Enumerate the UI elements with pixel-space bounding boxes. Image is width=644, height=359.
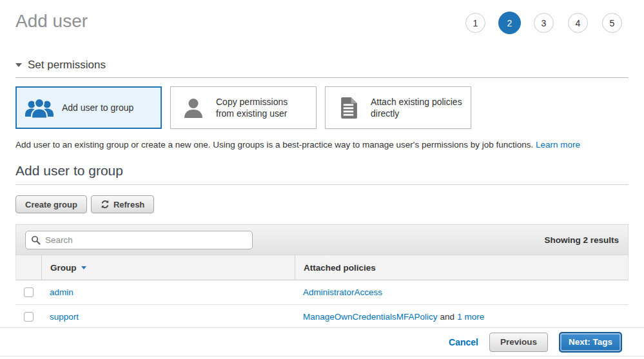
policy-link[interactable]: AdministratorAccess bbox=[303, 287, 382, 297]
table-header: Group Attached policies bbox=[15, 255, 629, 280]
previous-button[interactable]: Previous bbox=[489, 333, 548, 352]
and-text: and bbox=[440, 312, 455, 322]
step-3[interactable]: 3 bbox=[534, 13, 554, 33]
row-checkbox[interactable] bbox=[24, 312, 34, 322]
section-title: Set permissions bbox=[28, 59, 106, 72]
column-header-attached-policies: Attached policies bbox=[295, 255, 628, 280]
add-user-wizard-page: Add user 1 2 3 4 5 Set permissions bbox=[0, 0, 644, 329]
step-2-current[interactable]: 2 bbox=[498, 12, 521, 34]
step-1[interactable]: 1 bbox=[465, 13, 485, 33]
page-header: Add user 1 2 3 4 5 bbox=[15, 0, 629, 33]
step-indicator: 1 2 3 4 5 bbox=[465, 13, 622, 33]
divider bbox=[15, 77, 629, 78]
groups-table: Showing 2 results Group Attached policie… bbox=[15, 224, 629, 329]
group-section-heading: Add user to group bbox=[15, 163, 629, 179]
document-icon bbox=[333, 97, 363, 119]
user-icon bbox=[179, 97, 208, 119]
checkbox-cell bbox=[15, 312, 41, 322]
divider bbox=[15, 184, 629, 185]
checkbox-cell bbox=[15, 287, 41, 297]
search-input[interactable] bbox=[25, 231, 253, 249]
set-permissions-toggle[interactable]: Set permissions bbox=[15, 59, 629, 72]
refresh-button[interactable]: Refresh bbox=[91, 195, 154, 213]
table-row-admin: admin AdministratorAccess bbox=[15, 280, 629, 305]
collapse-caret-icon bbox=[15, 63, 22, 67]
search-box bbox=[25, 231, 253, 249]
group-link[interactable]: support bbox=[50, 312, 79, 322]
more-policies-link[interactable]: 1 more bbox=[457, 312, 484, 322]
policy-link[interactable]: ManageOwnCredentialsMFAPolicy bbox=[303, 312, 438, 322]
sort-desc-icon bbox=[81, 266, 86, 269]
results-count: Showing 2 results bbox=[544, 235, 619, 245]
step-5[interactable]: 5 bbox=[602, 13, 622, 33]
wizard-footer: Cancel Previous Next: Tags bbox=[0, 327, 644, 356]
section-description: Add user to an existing group or create … bbox=[15, 140, 629, 150]
table-toolbar: Showing 2 results bbox=[15, 224, 629, 255]
permission-option-cards: Add user to group Copy permissions from … bbox=[15, 86, 629, 129]
header-checkbox-cell bbox=[16, 255, 42, 280]
column-header-group[interactable]: Group bbox=[42, 255, 295, 280]
cancel-link[interactable]: Cancel bbox=[449, 337, 478, 347]
option-label: Attach existing policies directly bbox=[371, 96, 463, 119]
refresh-icon bbox=[101, 200, 110, 209]
option-attach-policies[interactable]: Attach existing policies directly bbox=[325, 86, 471, 129]
option-copy-permissions[interactable]: Copy permissions from existing user bbox=[170, 86, 317, 129]
option-label: Add user to group bbox=[62, 102, 133, 113]
user-group-icon bbox=[24, 97, 54, 119]
row-checkbox[interactable] bbox=[24, 287, 34, 297]
description-text: Add user to an existing group or create … bbox=[15, 140, 533, 150]
group-link[interactable]: admin bbox=[50, 287, 73, 297]
next-tags-button[interactable]: Next: Tags bbox=[559, 332, 622, 353]
option-add-user-to-group[interactable]: Add user to group bbox=[15, 86, 162, 129]
step-4[interactable]: 4 bbox=[568, 13, 588, 33]
refresh-label: Refresh bbox=[113, 200, 144, 209]
page-title: Add user bbox=[15, 10, 88, 32]
create-group-button[interactable]: Create group bbox=[15, 195, 87, 213]
option-label: Copy permissions from existing user bbox=[216, 96, 308, 119]
group-actions: Create group Refresh bbox=[15, 195, 629, 213]
learn-more-link[interactable]: Learn more bbox=[536, 140, 580, 150]
table-row-support: support ManageOwnCredentialsMFAPolicy an… bbox=[15, 305, 629, 329]
